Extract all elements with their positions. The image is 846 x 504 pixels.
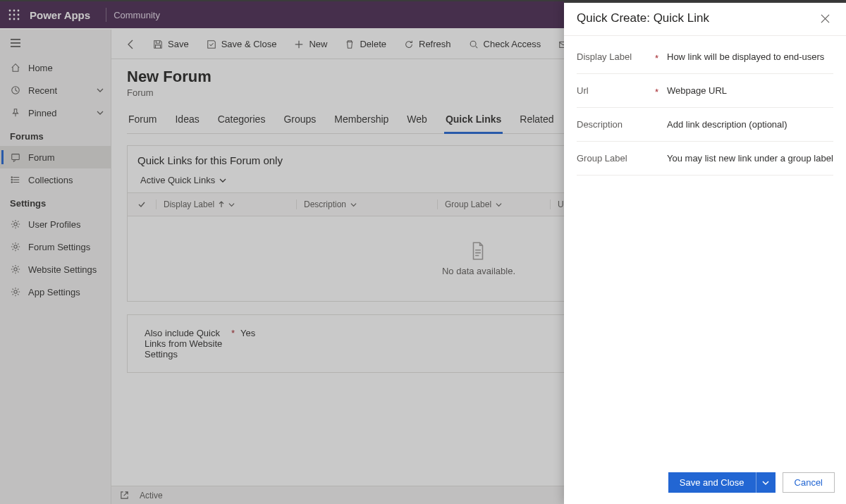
group-label-input[interactable] [667,152,833,165]
field-label-display-label: Display Label * [577,51,661,62]
field-label-description: Description [577,119,661,130]
close-button[interactable] [816,10,833,27]
field-label-group-label: Group Label [577,153,661,164]
save-and-close-dropdown[interactable] [756,472,776,493]
save-and-close-button[interactable]: Save and Close [668,472,756,493]
url-input[interactable] [667,84,833,97]
required-indicator: * [655,53,658,63]
cancel-button[interactable]: Cancel [783,472,835,493]
description-input[interactable] [667,118,833,131]
display-label-input[interactable] [667,50,833,63]
quick-create-panel: Quick Create: Quick Link Display Label *… [564,1,846,504]
field-label-url: Url * [577,85,661,96]
required-indicator: * [655,87,658,97]
panel-title: Quick Create: Quick Link [577,11,709,25]
